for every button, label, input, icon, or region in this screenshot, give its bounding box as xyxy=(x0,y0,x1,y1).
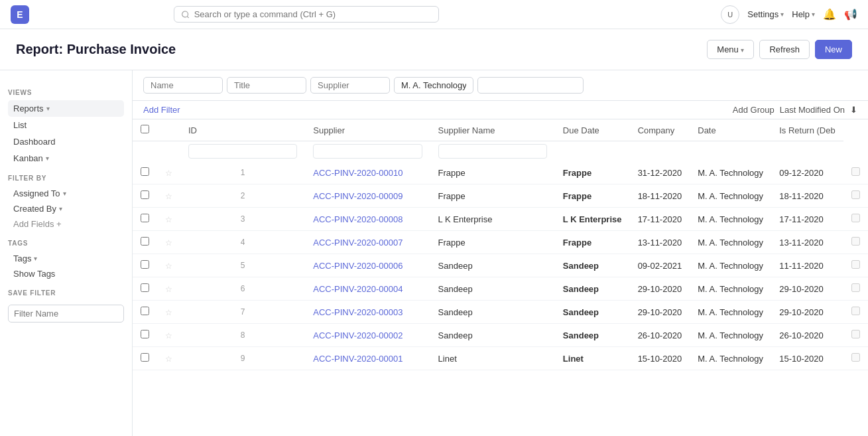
row-number: 8 xyxy=(180,324,305,347)
sort-direction-icon[interactable]: ⬇ xyxy=(850,105,857,115)
is-return-checkbox xyxy=(851,167,860,176)
nav-right: U Settings ▾ Help ▾ 🔔 📢 xyxy=(721,5,857,24)
sidebar-item-dashboard[interactable]: Dashboard xyxy=(8,133,124,150)
table-row: ☆ 9 ACC-PINV-2020-00001 Linet Linet 15-1… xyxy=(133,347,868,370)
add-fields-button[interactable]: Add Fields + xyxy=(8,216,124,232)
table-body: ☆ 1 ACC-PINV-2020-00010 Frappe Frappe 31… xyxy=(133,161,868,370)
row-checkbox[interactable] xyxy=(141,190,149,199)
row-id[interactable]: ACC-PINV-2020-00006 xyxy=(305,254,430,277)
row-id[interactable]: ACC-PINV-2020-00007 xyxy=(305,231,430,254)
col-header-checkbox xyxy=(133,119,157,141)
add-filter-button[interactable]: Add Filter xyxy=(143,105,180,115)
col-header-due-date: Due Date xyxy=(555,119,630,141)
help-button[interactable]: Help ▾ xyxy=(792,9,815,19)
row-star-cell[interactable]: ☆ xyxy=(157,301,180,324)
row-id[interactable]: ACC-PINV-2020-00001 xyxy=(305,347,430,370)
row-date: 11-11-2020 xyxy=(771,254,843,277)
created-by-filter[interactable]: Created By ▾ xyxy=(8,201,124,216)
new-button[interactable]: New xyxy=(815,40,852,59)
star-icon: ☆ xyxy=(165,285,172,294)
sidebar-item-kanban[interactable]: Kanban ▾ xyxy=(8,150,124,167)
notification-icon[interactable]: 🔔 xyxy=(823,8,836,21)
row-star-cell[interactable]: ☆ xyxy=(157,161,180,184)
row-checkbox-cell xyxy=(133,231,157,254)
search-bar[interactable] xyxy=(174,6,439,23)
select-all-checkbox[interactable] xyxy=(141,125,149,133)
row-checkbox[interactable] xyxy=(141,237,149,246)
row-is-return xyxy=(843,184,868,208)
top-navigation: E U Settings ▾ Help ▾ 🔔 📢 xyxy=(0,0,868,29)
row-checkbox-cell xyxy=(133,277,157,301)
extra-filter-input[interactable] xyxy=(477,77,584,94)
row-supplier-name: Sandeep xyxy=(555,324,630,347)
row-supplier-name: L K Enterprise xyxy=(555,208,630,231)
settings-button[interactable]: Settings ▾ xyxy=(747,9,784,19)
row-id[interactable]: ACC-PINV-2020-00003 xyxy=(305,301,430,324)
filters-bar xyxy=(133,70,868,101)
row-id[interactable]: ACC-PINV-2020-00004 xyxy=(305,277,430,301)
kanban-chevron-icon: ▾ xyxy=(46,155,49,162)
search-icon xyxy=(181,10,190,19)
row-star-cell[interactable]: ☆ xyxy=(157,254,180,277)
row-star-cell[interactable]: ☆ xyxy=(157,277,180,301)
is-return-checkbox xyxy=(851,283,860,292)
assigned-to-filter[interactable]: Assigned To ▾ xyxy=(8,186,124,201)
row-star-cell[interactable]: ☆ xyxy=(157,184,180,208)
name-filter-input[interactable] xyxy=(143,77,223,94)
row-number: 1 xyxy=(180,161,305,184)
row-id[interactable]: ACC-PINV-2020-00002 xyxy=(305,324,430,347)
refresh-button[interactable]: Refresh xyxy=(759,40,810,59)
row-company: M. A. Technology xyxy=(690,161,771,184)
row-is-return xyxy=(843,208,868,231)
star-icon: ☆ xyxy=(165,261,172,271)
row-due-date: 17-11-2020 xyxy=(630,208,690,231)
star-icon: ☆ xyxy=(165,169,172,178)
row-company: M. A. Technology xyxy=(690,254,771,277)
row-supplier: Frappe xyxy=(430,184,555,208)
row-number: 9 xyxy=(180,347,305,370)
search-input[interactable] xyxy=(194,9,432,19)
is-return-checkbox xyxy=(851,214,860,222)
row-star-cell[interactable]: ☆ xyxy=(157,324,180,347)
table-row: ☆ 8 ACC-PINV-2020-00002 Sandeep Sandeep … xyxy=(133,324,868,347)
row-id[interactable]: ACC-PINV-2020-00009 xyxy=(305,184,430,208)
row-star-cell[interactable]: ☆ xyxy=(157,231,180,254)
row-checkbox[interactable] xyxy=(141,330,149,338)
supplier-name-col-filter[interactable] xyxy=(438,144,547,159)
col-header-company: Company xyxy=(630,119,690,141)
user-icon[interactable]: U xyxy=(721,5,739,24)
row-id[interactable]: ACC-PINV-2020-00010 xyxy=(305,161,430,184)
filter-name-input[interactable] xyxy=(8,305,124,323)
is-return-checkbox xyxy=(851,260,860,269)
row-checkbox[interactable] xyxy=(141,167,149,176)
supplier-value-filter-input[interactable] xyxy=(394,77,473,94)
row-checkbox[interactable] xyxy=(141,283,149,292)
row-company: M. A. Technology xyxy=(690,184,771,208)
show-tags-button[interactable]: Show Tags xyxy=(8,266,124,281)
supplier-filter-input[interactable] xyxy=(310,77,390,94)
row-checkbox[interactable] xyxy=(141,353,149,362)
row-supplier-name: Sandeep xyxy=(555,254,630,277)
row-checkbox[interactable] xyxy=(141,214,149,222)
row-company: M. A. Technology xyxy=(690,324,771,347)
row-is-return xyxy=(843,254,868,277)
menu-button[interactable]: Menu ▾ xyxy=(707,40,754,59)
svg-line-1 xyxy=(188,16,189,17)
row-company: M. A. Technology xyxy=(690,231,771,254)
row-checkbox[interactable] xyxy=(141,307,149,315)
title-filter-input[interactable] xyxy=(227,77,306,94)
app-icon[interactable]: E xyxy=(11,5,29,24)
megaphone-icon[interactable]: 📢 xyxy=(844,8,857,21)
sidebar-item-list[interactable]: List xyxy=(8,117,124,133)
tags-filter[interactable]: Tags ▾ xyxy=(8,251,124,266)
row-supplier-name: Frappe xyxy=(555,184,630,208)
row-star-cell[interactable]: ☆ xyxy=(157,347,180,370)
row-star-cell[interactable]: ☆ xyxy=(157,208,180,231)
row-id[interactable]: ACC-PINV-2020-00008 xyxy=(305,208,430,231)
row-checkbox[interactable] xyxy=(141,260,149,269)
add-group-button[interactable]: Add Group xyxy=(733,105,775,115)
row-supplier: Linet xyxy=(430,347,555,370)
sidebar-item-reports[interactable]: Reports ▾ xyxy=(8,100,124,117)
supplier-col-filter[interactable] xyxy=(313,144,422,159)
id-col-filter[interactable] xyxy=(188,144,297,159)
